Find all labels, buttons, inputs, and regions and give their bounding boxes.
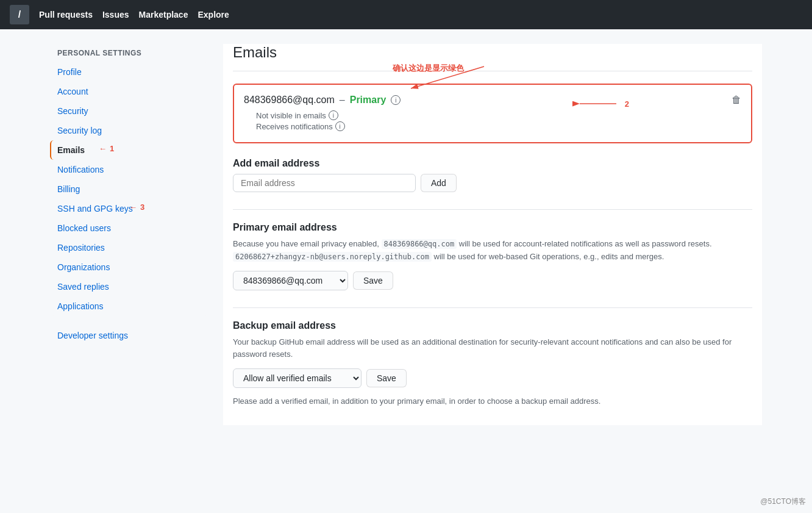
receives-notifications-info-icon[interactable]: i [335, 121, 345, 131]
email-meta-receives-notifications: Receives notifications i [256, 121, 741, 131]
sidebar-link-notifications[interactable]: Notifications [50, 160, 208, 179]
sidebar-item-repositories: Repositories [50, 238, 208, 257]
top-navigation: / Pull requests Issues Marketplace Explo… [0, 0, 812, 29]
sidebar-item-blocked-users: Blocked users [50, 218, 208, 238]
nav-logo[interactable]: / [10, 5, 29, 24]
annotation-arrow-2 [574, 95, 622, 113]
sidebar-item-notifications: Notifications [50, 160, 208, 179]
sidebar-link-security-log[interactable]: Security log [50, 121, 208, 140]
sidebar-item-billing: Billing [50, 179, 208, 199]
sidebar-link-billing[interactable]: Billing [50, 179, 208, 199]
email-card-header: 848369866@qq.com – Primary i [244, 95, 741, 106]
email-separator: – [340, 95, 345, 106]
sidebar-link-emails[interactable]: Emails [50, 140, 208, 160]
sidebar-nav: Profile Account Security Security log Em… [50, 62, 208, 316]
backup-email-section: Backup email address Your backup GitHub … [233, 320, 752, 408]
email-meta-list: Not visible in emails i Receives notific… [244, 110, 741, 131]
sidebar: Personal settings Profile Account Securi… [50, 44, 208, 425]
sidebar-link-organizations[interactable]: Organizations [50, 257, 208, 277]
backup-email-save-row: Allow all verified emails Only allow pri… [233, 368, 752, 388]
primary-email-code-1: 848369866@qq.com [382, 239, 457, 249]
sidebar-item-account: Account [50, 82, 208, 101]
sidebar-link-blocked-users[interactable]: Blocked users [50, 218, 208, 238]
sidebar-item-ssh-gpg-keys: SSH and GPG keys ← 3 [50, 199, 208, 218]
sidebar-item-saved-replies: Saved replies [50, 277, 208, 296]
nav-marketplace[interactable]: Marketplace [139, 10, 188, 20]
sidebar-item-emails: Emails ← 1 [50, 140, 208, 160]
add-email-title: Add email address [233, 158, 752, 169]
primary-email-description: Because you have email privacy enabled, … [233, 238, 752, 264]
primary-email-save-row: 848369866@qq.com Save [233, 271, 752, 290]
page-title: Emails [233, 44, 752, 71]
divider-1 [233, 209, 752, 210]
sidebar-link-account[interactable]: Account [50, 82, 208, 101]
nav-pull-requests[interactable]: Pull requests [39, 10, 93, 20]
add-email-input-row: Add [233, 174, 752, 192]
delete-email-icon[interactable]: 🗑 [732, 95, 741, 106]
divider-2 [233, 307, 752, 308]
email-meta-not-visible: Not visible in emails i [256, 110, 741, 120]
primary-email-title: Primary email address [233, 222, 752, 233]
sidebar-link-applications[interactable]: Applications [50, 296, 208, 316]
page-container: Personal settings Profile Account Securi… [40, 44, 772, 425]
add-email-section: Add email address Add [233, 158, 752, 192]
primary-badge: Primary [350, 95, 386, 106]
email-card: 确认这边是显示绿色 848369866@qq.com – Primary i [233, 84, 752, 143]
backup-email-description: Your backup GitHub email address will be… [233, 336, 752, 362]
primary-email-code-2: 62068627+zhangyz-nb@users.noreply.github… [233, 252, 432, 262]
add-email-button[interactable]: Add [421, 174, 457, 192]
backup-email-footer: Please add a verified email, in addition… [233, 395, 752, 408]
sidebar-item-security: Security [50, 101, 208, 121]
not-visible-info-icon[interactable]: i [329, 110, 338, 120]
developer-settings-link[interactable]: Developer settings [50, 326, 208, 345]
nav-issues[interactable]: Issues [102, 10, 129, 20]
backup-email-save-button[interactable]: Save [366, 369, 407, 387]
sidebar-item-profile: Profile [50, 62, 208, 82]
primary-info-icon[interactable]: i [391, 95, 401, 105]
annotation-2-area: 2 [574, 95, 629, 113]
sidebar-link-ssh-gpg-keys[interactable]: SSH and GPG keys [50, 199, 208, 218]
annotation-label-2: 2 [625, 99, 629, 109]
backup-email-select[interactable]: Allow all verified emails Only allow pri… [233, 368, 361, 388]
sidebar-link-repositories[interactable]: Repositories [50, 238, 208, 257]
sidebar-link-security[interactable]: Security [50, 101, 208, 121]
primary-email-save-button[interactable]: Save [353, 271, 393, 290]
sidebar-link-saved-replies[interactable]: Saved replies [50, 277, 208, 296]
sidebar-item-organizations: Organizations [50, 257, 208, 277]
email-address-input[interactable] [233, 174, 416, 192]
main-content: Emails 确认这边是显示绿色 848369866@qq.com – Prim… [223, 44, 762, 425]
primary-email-section: Primary email address Because you have e… [233, 222, 752, 290]
sidebar-item-security-log: Security log [50, 121, 208, 140]
email-address-text: 848369866@qq.com [244, 95, 335, 106]
primary-email-select[interactable]: 848369866@qq.com [233, 271, 348, 290]
email-address-line: 848369866@qq.com – Primary i [244, 95, 401, 106]
nav-explore[interactable]: Explore [198, 10, 229, 20]
sidebar-title: Personal settings [50, 44, 208, 62]
sidebar-link-profile[interactable]: Profile [50, 62, 208, 82]
backup-email-title: Backup email address [233, 320, 752, 331]
sidebar-item-applications: Applications [50, 296, 208, 316]
